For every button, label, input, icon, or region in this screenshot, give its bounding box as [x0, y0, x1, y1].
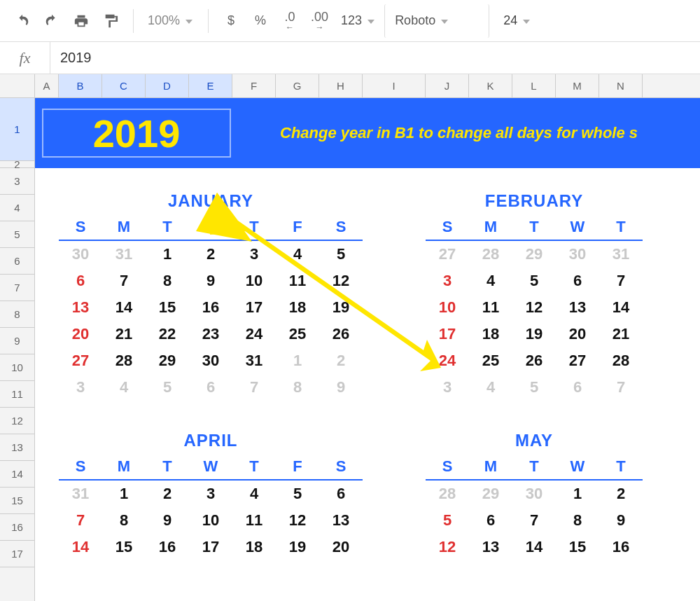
row-header-10[interactable]: 10: [0, 354, 34, 381]
day-cell[interactable]: 9: [599, 511, 643, 530]
row-header-2[interactable]: 2: [0, 161, 34, 168]
day-cell[interactable]: 11: [276, 272, 319, 290]
day-cell[interactable]: 9: [189, 272, 232, 290]
day-cell[interactable]: 23: [189, 325, 232, 343]
day-cell[interactable]: 5: [426, 511, 469, 530]
row-header-13[interactable]: 13: [0, 434, 34, 461]
day-cell[interactable]: 8: [556, 511, 599, 530]
col-header-H[interactable]: H: [319, 74, 363, 97]
day-cell[interactable]: 2: [599, 485, 643, 503]
day-cell[interactable]: 31: [599, 245, 643, 263]
col-header-I[interactable]: I: [363, 74, 426, 97]
col-header-A[interactable]: A: [35, 74, 59, 97]
day-cell[interactable]: 28: [426, 485, 469, 503]
day-cell[interactable]: 14: [102, 298, 146, 317]
day-cell[interactable]: 6: [556, 272, 599, 290]
row-header-12[interactable]: 12: [0, 408, 34, 434]
day-cell[interactable]: 29: [469, 485, 512, 503]
day-cell[interactable]: 3: [426, 378, 469, 396]
day-cell[interactable]: 14: [599, 298, 643, 317]
col-header-D[interactable]: D: [146, 74, 189, 97]
day-cell[interactable]: 1: [102, 485, 146, 503]
day-cell[interactable]: 4: [469, 272, 512, 290]
select-all-corner[interactable]: [0, 74, 35, 97]
day-cell[interactable]: 1: [276, 352, 319, 370]
day-cell[interactable]: 31: [59, 485, 102, 503]
day-cell[interactable]: 12: [512, 298, 556, 317]
currency-button[interactable]: $: [218, 8, 244, 34]
row-header-11[interactable]: 11: [0, 381, 34, 408]
day-cell[interactable]: 24: [426, 352, 469, 370]
day-cell[interactable]: 30: [556, 245, 599, 263]
day-cell[interactable]: 5: [512, 272, 556, 290]
day-cell[interactable]: 24: [232, 325, 276, 343]
formula-input[interactable]: [50, 42, 700, 74]
day-cell[interactable]: 12: [319, 272, 363, 290]
day-cell[interactable]: 5: [276, 485, 319, 503]
day-cell[interactable]: 17: [189, 538, 232, 556]
row-header-16[interactable]: 16: [0, 514, 34, 541]
day-cell[interactable]: 22: [146, 325, 189, 343]
row-header-15[interactable]: 15: [0, 488, 34, 514]
col-header-E[interactable]: E: [189, 74, 232, 97]
day-cell[interactable]: 31: [102, 245, 146, 263]
day-cell[interactable]: 4: [102, 378, 146, 396]
day-cell[interactable]: 3: [426, 272, 469, 290]
decrease-decimal-button[interactable]: .0 ←: [277, 8, 302, 34]
font-size-dropdown[interactable]: 24: [493, 8, 550, 34]
percent-button[interactable]: %: [248, 8, 273, 34]
row-header-14[interactable]: 14: [0, 461, 34, 488]
day-cell[interactable]: 19: [319, 298, 363, 317]
day-cell[interactable]: 7: [599, 272, 643, 290]
day-cell[interactable]: 10: [189, 511, 232, 530]
increase-decimal-button[interactable]: .00 →: [307, 8, 332, 34]
day-cell[interactable]: 27: [556, 352, 599, 370]
print-button[interactable]: [69, 8, 94, 34]
day-cell[interactable]: 17: [232, 298, 276, 317]
day-cell[interactable]: 16: [146, 538, 189, 556]
day-cell[interactable]: 6: [319, 485, 363, 503]
day-cell[interactable]: 11: [232, 511, 276, 530]
day-cell[interactable]: 20: [556, 325, 599, 343]
day-cell[interactable]: 9: [319, 378, 363, 396]
day-cell[interactable]: 14: [59, 538, 102, 556]
day-cell[interactable]: 12: [276, 511, 319, 530]
day-cell[interactable]: 8: [102, 511, 146, 530]
day-cell[interactable]: 7: [102, 272, 146, 290]
row-header-7[interactable]: 7: [0, 275, 34, 301]
day-cell[interactable]: 18: [469, 325, 512, 343]
day-cell[interactable]: 1: [146, 245, 189, 263]
day-cell[interactable]: 11: [469, 298, 512, 317]
day-cell[interactable]: 25: [276, 325, 319, 343]
col-header-B[interactable]: B: [59, 74, 102, 97]
day-cell[interactable]: 10: [232, 272, 276, 290]
day-cell[interactable]: 10: [426, 298, 469, 317]
day-cell[interactable]: 5: [146, 378, 189, 396]
day-cell[interactable]: 7: [512, 511, 556, 530]
day-cell[interactable]: 7: [599, 378, 643, 396]
col-header-J[interactable]: J: [426, 74, 469, 97]
day-cell[interactable]: 3: [189, 485, 232, 503]
row-header-6[interactable]: 6: [0, 248, 34, 275]
day-cell[interactable]: 30: [59, 245, 102, 263]
day-cell[interactable]: 29: [512, 245, 556, 263]
day-cell[interactable]: 2: [146, 485, 189, 503]
day-cell[interactable]: 20: [59, 325, 102, 343]
day-cell[interactable]: 30: [189, 352, 232, 370]
day-cell[interactable]: 4: [232, 485, 276, 503]
day-cell[interactable]: 18: [232, 538, 276, 556]
day-cell[interactable]: 1: [556, 485, 599, 503]
row-header-9[interactable]: 9: [0, 328, 34, 354]
day-cell[interactable]: 3: [232, 245, 276, 263]
day-cell[interactable]: 6: [469, 511, 512, 530]
day-cell[interactable]: 13: [469, 538, 512, 556]
day-cell[interactable]: 27: [59, 352, 102, 370]
row-header-1[interactable]: 1: [0, 98, 34, 161]
day-cell[interactable]: 12: [426, 538, 469, 556]
day-cell[interactable]: 6: [59, 272, 102, 290]
day-cell[interactable]: 28: [599, 352, 643, 370]
day-cell[interactable]: 8: [146, 272, 189, 290]
col-header-K[interactable]: K: [469, 74, 512, 97]
col-header-F[interactable]: F: [232, 74, 276, 97]
day-cell[interactable]: 26: [512, 352, 556, 370]
